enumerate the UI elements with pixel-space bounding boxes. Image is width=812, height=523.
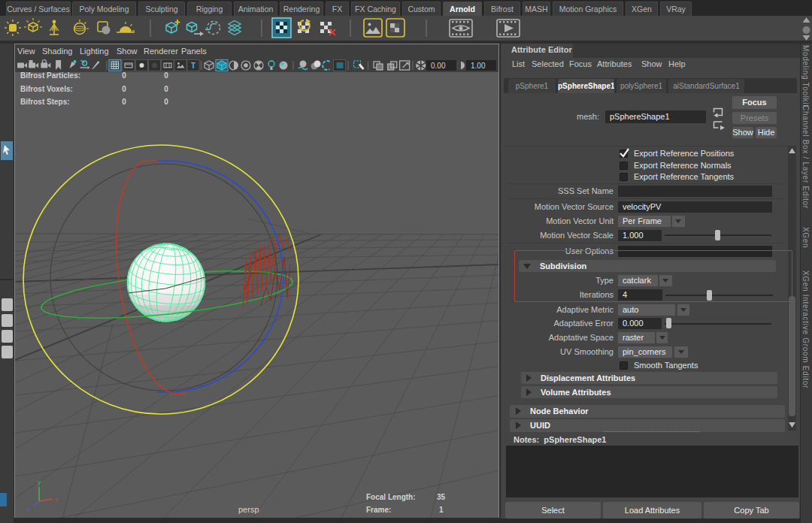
svg-text:1.00: 1.00 <box>471 62 486 70</box>
svg-text:y: y <box>38 479 41 485</box>
svg-text:0.00: 0.00 <box>431 62 446 70</box>
svg-text:x: x <box>55 496 58 503</box>
svg-text:T: T <box>191 62 195 70</box>
svg-text:z: z <box>27 506 30 512</box>
